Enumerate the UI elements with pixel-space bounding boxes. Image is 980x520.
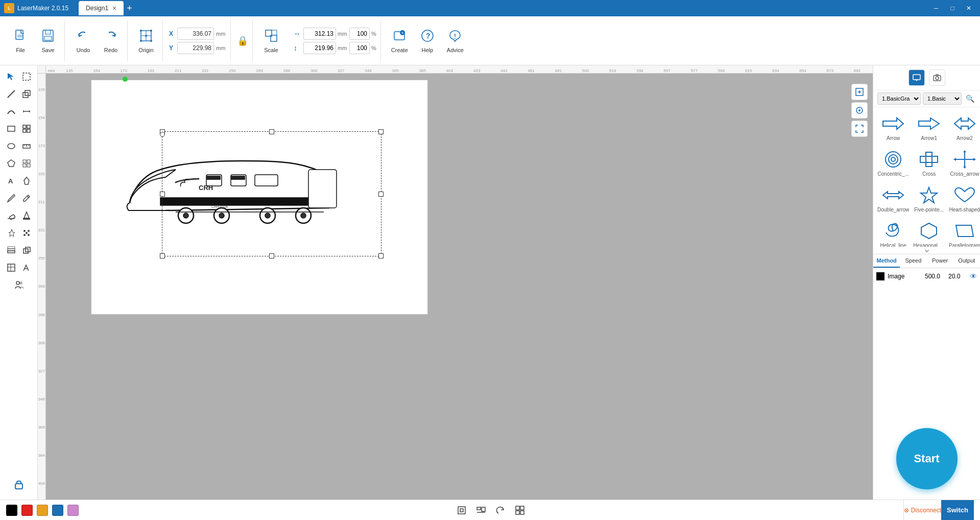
shape-five-star-label: Five-pointe... xyxy=(914,207,944,212)
shape-tool[interactable] xyxy=(19,173,34,189)
scale-button[interactable]: Scale xyxy=(258,22,284,59)
create-button[interactable]: + Create xyxy=(386,22,413,59)
start-button[interactable]: Start xyxy=(896,428,958,489)
grid-view-button[interactable] xyxy=(512,503,528,518)
help-button[interactable]: ? Help xyxy=(414,22,441,59)
save-icon xyxy=(41,29,55,46)
canvas-view-button[interactable] xyxy=(851,102,868,119)
pen-tool[interactable] xyxy=(4,190,18,206)
svg-marker-107 xyxy=(953,158,956,161)
people-tool[interactable] xyxy=(12,277,26,293)
duplicate-tool[interactable] xyxy=(19,86,34,102)
shape-cross[interactable]: Cross xyxy=(912,146,946,180)
ellipse-tool[interactable] xyxy=(4,138,18,154)
color-red[interactable] xyxy=(21,505,33,516)
svg-rect-115 xyxy=(460,509,463,512)
undo-button[interactable]: Undo xyxy=(70,22,97,59)
method-visibility-icon[interactable]: 👁 xyxy=(970,272,977,280)
align-tool-button[interactable] xyxy=(473,503,489,518)
layer-tool[interactable] xyxy=(4,242,18,258)
curve-tool[interactable] xyxy=(4,103,18,120)
color-purple[interactable] xyxy=(67,505,79,516)
tab-close-icon[interactable]: × xyxy=(112,4,116,12)
shape-cross-arrow-label: Cross_arrow xyxy=(950,171,979,177)
shape-concentric[interactable]: Concentric_... xyxy=(876,146,910,180)
shape-hexagonal[interactable]: Hexagonal_... xyxy=(912,218,946,247)
svg-point-66 xyxy=(16,281,19,285)
shapes-search-button[interactable]: 🔍 xyxy=(964,92,976,105)
shape-helical[interactable]: Helical_line xyxy=(876,218,910,247)
maximize-button[interactable]: □ xyxy=(945,3,960,14)
disconnect-button[interactable]: ⊗ Disconnect xyxy=(904,500,941,521)
save-button[interactable]: Save xyxy=(35,22,61,59)
tab-output[interactable]: Output xyxy=(953,254,980,268)
undo-icon xyxy=(76,29,90,46)
tab-power[interactable]: Power xyxy=(927,254,953,268)
height-pct-input[interactable] xyxy=(349,42,370,54)
line-tool[interactable] xyxy=(4,86,18,102)
edit-tool[interactable] xyxy=(19,190,34,206)
svg-point-83 xyxy=(301,213,306,218)
shape-cross-arrow[interactable]: Cross_arrow xyxy=(948,146,980,180)
shape-subcategory-select[interactable]: 1.Basic xyxy=(923,92,962,105)
y-input[interactable] xyxy=(177,42,214,54)
width-input[interactable] xyxy=(303,28,336,40)
shape-arrow[interactable]: Arrow xyxy=(876,110,910,144)
file-button[interactable]: File xyxy=(7,22,34,59)
fill-tool[interactable] xyxy=(19,207,34,224)
tab-method[interactable]: Method xyxy=(873,254,900,268)
new-tab-button[interactable]: + xyxy=(127,3,132,14)
color-black[interactable] xyxy=(6,505,17,516)
tab-label: Design1 xyxy=(86,5,108,12)
monitor-view-button[interactable] xyxy=(909,69,925,86)
pattern-tool[interactable] xyxy=(19,225,34,241)
ruler-tool[interactable] xyxy=(19,138,34,154)
combine-tool[interactable] xyxy=(19,242,34,258)
canvas-zoom-fit-button[interactable] xyxy=(851,84,868,100)
x-input[interactable] xyxy=(177,28,214,40)
polygon-tool[interactable] xyxy=(4,155,18,172)
height-input[interactable] xyxy=(303,42,336,54)
erase-tool[interactable] xyxy=(4,207,18,224)
rect-tool[interactable] xyxy=(4,121,18,137)
rotate-tool-button[interactable] xyxy=(493,503,508,518)
minimize-button[interactable]: ─ xyxy=(929,3,943,14)
work-paper: CRH CRH.6556 xyxy=(91,80,428,315)
lock-icon[interactable]: 🔒 xyxy=(235,33,250,49)
shape-double-arrow[interactable]: Double_arrow xyxy=(876,182,910,216)
shape-category-select[interactable]: 1.BasicGra xyxy=(877,92,921,105)
redo-button[interactable]: Redo xyxy=(98,22,124,59)
width-pct-input[interactable] xyxy=(349,28,370,40)
canvas-content[interactable]: CRH CRH.6556 xyxy=(46,74,873,500)
tab-speed[interactable]: Speed xyxy=(900,254,926,268)
origin-button[interactable]: Origin xyxy=(133,22,159,59)
color-orange[interactable] xyxy=(37,505,48,516)
canvas-area[interactable]: mm 135 154 173 192 211 231 250 269 288 3… xyxy=(38,65,873,500)
scatter-tool[interactable] xyxy=(19,155,34,172)
method-color-swatch xyxy=(876,272,885,280)
text-tool[interactable]: A xyxy=(4,173,18,189)
table-tool[interactable] xyxy=(4,259,18,276)
canvas-fullscreen-button[interactable] xyxy=(851,121,868,137)
crop-tool[interactable] xyxy=(19,68,34,85)
shape-five-star[interactable]: Five-pointe... xyxy=(912,182,946,216)
design-tab[interactable]: Design1 × xyxy=(79,1,124,15)
grid-tool[interactable] xyxy=(19,121,34,137)
color-blue[interactable] xyxy=(52,505,63,516)
shape-arrow2[interactable]: Arrow2 xyxy=(948,110,980,144)
select-tool[interactable] xyxy=(4,68,18,85)
shape-arrow1[interactable]: Arrow1 xyxy=(912,110,946,144)
paint-tool[interactable] xyxy=(4,225,18,241)
close-button[interactable]: ✕ xyxy=(962,3,976,14)
resize-tool-button[interactable] xyxy=(454,503,469,518)
switch-button[interactable]: Switch xyxy=(941,500,974,521)
lock-bottom-icon[interactable] xyxy=(4,475,34,493)
path-tool[interactable] xyxy=(19,259,34,276)
measure-tool[interactable] xyxy=(19,103,34,120)
x-label: X xyxy=(169,30,175,37)
shape-heart[interactable]: Heart-shaped xyxy=(948,182,980,216)
shape-parallelogram[interactable]: Parallelogram xyxy=(948,218,980,247)
camera-button[interactable] xyxy=(929,69,945,86)
title-bar: L LaserMaker 2.0.15 Design1 × + ─ □ ✕ xyxy=(0,0,980,16)
advice-button[interactable]: Advice xyxy=(442,22,469,59)
